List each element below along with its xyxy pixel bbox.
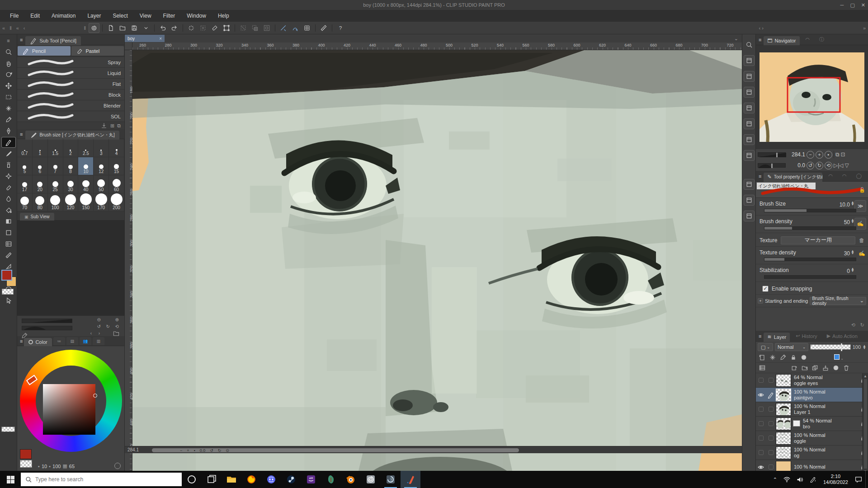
strip-transparent-icon[interactable]: [1, 427, 15, 432]
brush-size-150[interactable]: 150: [78, 193, 94, 211]
brush-size-8[interactable]: 8: [63, 157, 79, 175]
navigator-zoom-slider[interactable]: [758, 152, 786, 157]
texture-value-button[interactable]: マーカー用: [781, 236, 855, 244]
windows-ink-icon[interactable]: [807, 476, 820, 483]
layer-visibility-toggle[interactable]: [756, 436, 766, 441]
tool-move[interactable]: [2, 81, 15, 91]
stroke-tab-icon[interactable]: ◯: [853, 173, 865, 179]
strip-subtool-detail-icon[interactable]: [744, 71, 755, 82]
toolbar-deselect-icon[interactable]: [238, 23, 249, 33]
brush-size-0.7[interactable]: 0.7: [17, 139, 33, 157]
menu-window[interactable]: Window: [181, 11, 212, 21]
toolbar-snap-ruler-icon[interactable]: [278, 23, 289, 33]
strip-screen-icon[interactable]: [744, 179, 755, 190]
toolbar-snap-special-icon[interactable]: [290, 23, 301, 33]
brush-size-10[interactable]: 10: [78, 157, 94, 175]
layer-thumbnail[interactable]: [776, 374, 791, 387]
subtool-brush-liquid[interactable]: Liquid: [17, 68, 124, 79]
add-subtool-icon[interactable]: ⊞: [110, 123, 114, 129]
canvas-document[interactable]: [132, 50, 742, 471]
nav-flip-h-icon[interactable]: ▷|◁: [834, 162, 844, 169]
tool-eyedropper[interactable]: [2, 115, 15, 125]
strip-material-icon[interactable]: [744, 150, 755, 161]
quick-search-icon[interactable]: [744, 39, 755, 50]
unlock-icon[interactable]: 🔓: [859, 187, 865, 193]
close-icon[interactable]: ✕: [861, 2, 865, 8]
subtool-brush-blender[interactable]: Blender: [17, 100, 124, 111]
panel-menu-icon[interactable]: ≡: [20, 131, 23, 137]
color-wheel[interactable]: [17, 346, 124, 459]
tool-auto-select[interactable]: [2, 103, 15, 113]
toolbar-select-box-icon[interactable]: [198, 23, 208, 33]
brush-size-spinner[interactable]: ▲▼: [851, 201, 854, 206]
toolbar-help-icon[interactable]: ?: [335, 23, 346, 33]
brush-size-6[interactable]: 6: [33, 157, 48, 175]
color-set-tab[interactable]: ▤: [66, 337, 78, 345]
brush-size-5[interactable]: 5: [17, 157, 33, 175]
layer-palette-select[interactable]: ▢ ⌄: [758, 343, 773, 351]
brush-size-200[interactable]: 200: [109, 193, 124, 211]
layer-thumbnail[interactable]: [776, 403, 791, 416]
layer-thumbnail[interactable]: [776, 389, 791, 401]
subview-open-icon[interactable]: [113, 330, 120, 337]
brush-size-4[interactable]: 4: [109, 139, 124, 157]
toolbar-undo-icon[interactable]: [157, 23, 168, 33]
taskbar-csp-paint-icon[interactable]: [401, 471, 420, 488]
menu-help[interactable]: Help: [212, 11, 235, 21]
layer-color-icon[interactable]: ⌄: [811, 354, 844, 361]
brush-size-40[interactable]: 40: [78, 175, 94, 193]
tray-chevron-up-icon[interactable]: ⌃: [770, 477, 780, 483]
brush-size-50[interactable]: 50: [94, 175, 109, 193]
color-slider-tab[interactable]: ≔: [53, 337, 65, 345]
taskbar-search[interactable]: [21, 473, 182, 486]
subview-rotate-slider[interactable]: [22, 326, 72, 330]
brush-size-7[interactable]: 7: [48, 157, 63, 175]
taskbar-clip-studio-ask-icon[interactable]: ?: [381, 471, 401, 488]
tool-hand[interactable]: [2, 58, 15, 68]
rotate-right-icon[interactable]: ↻: [218, 448, 222, 453]
strip-timeline-icon[interactable]: [744, 211, 755, 221]
brush-size-12[interactable]: 12: [94, 157, 109, 175]
search-input[interactable]: [35, 476, 162, 483]
brush-size-17[interactable]: 17: [17, 175, 33, 193]
subtool-panel-tab[interactable]: Sub Tool [Pencil]: [25, 36, 81, 45]
brush-size-25[interactable]: 25: [48, 175, 63, 193]
strip-mixing-icon[interactable]: [744, 134, 755, 145]
tool-shape[interactable]: [2, 228, 15, 238]
nav-window-icon[interactable]: ⊡: [841, 151, 845, 158]
subview-prev-icon[interactable]: ‹: [90, 331, 92, 336]
tool-fill[interactable]: [2, 205, 15, 215]
strip-quick-zoom-icon[interactable]: [744, 55, 755, 66]
layer-eyedropper-icon[interactable]: [779, 354, 787, 361]
tool-decoration[interactable]: [2, 171, 15, 181]
strip-layer-prop-icon[interactable]: [744, 195, 755, 206]
toolbar-ruler-grid-icon[interactable]: [318, 23, 329, 33]
document-tab[interactable]: boy ×: [125, 35, 165, 42]
layer-row-oggle-eyes[interactable]: 64 % Normaloggle eyes: [756, 373, 868, 388]
layer-row-oggle[interactable]: 100 % Normaloggle: [756, 431, 868, 446]
zoom-in-icon[interactable]: +: [187, 448, 189, 453]
menu-filter[interactable]: Filter: [158, 11, 181, 21]
strip-tool-panel-icon[interactable]: [744, 103, 755, 113]
layer-mask-circle-icon[interactable]: [832, 364, 840, 371]
collapse-panel-icon[interactable]: «: [14, 25, 21, 31]
color-mixer-tab[interactable]: ▥: [93, 337, 104, 345]
brush-size-20[interactable]: 20: [33, 175, 48, 193]
menu-edit[interactable]: Edit: [25, 11, 45, 21]
transparent-color-swatch[interactable]: [2, 289, 14, 295]
nav-fit-icon[interactable]: ⧉: [835, 151, 840, 158]
taskbar-amazon-music-icon[interactable]: aM: [301, 471, 321, 488]
nav-rotate-right-icon[interactable]: ↻: [816, 162, 823, 169]
layer-merge-down-icon[interactable]: [822, 364, 829, 371]
stabilization-spinner[interactable]: ▲▼: [851, 267, 854, 272]
navigator-rotate-slider[interactable]: [758, 163, 786, 168]
color-mix-tab-icon[interactable]: ◠: [839, 173, 850, 179]
layer-clip-paper-icon[interactable]: [759, 354, 766, 361]
tool-pencil[interactable]: [2, 137, 15, 147]
layer-row-bro[interactable]: 54 % Normalbro: [756, 417, 868, 431]
layer-row-paintgvo[interactable]: 100 % Normalpaintgvo: [756, 388, 868, 402]
tool-brush[interactable]: [2, 149, 15, 159]
layer-opacity-spinner[interactable]: ▲▼: [863, 345, 866, 349]
toolbar-chevron-down-icon[interactable]: [141, 23, 151, 33]
navigator-preview[interactable]: [756, 45, 868, 149]
